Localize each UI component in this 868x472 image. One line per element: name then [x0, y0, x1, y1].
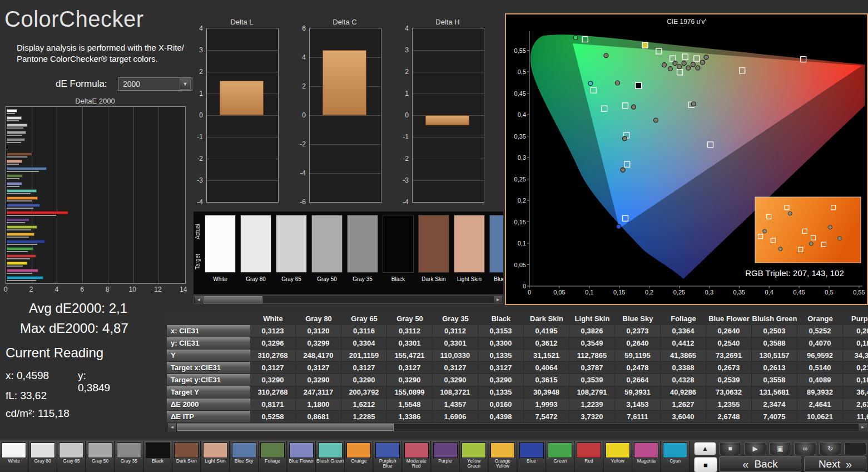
color-swatch: [454, 215, 485, 273]
cell-value: 1,2239: [569, 399, 615, 411]
swatch-gray-35: Gray 35: [347, 215, 378, 287]
patch-swatch: [59, 442, 83, 458]
patch-button-purplish-blue[interactable]: Purplish Blue: [374, 441, 402, 472]
patch-button-blue[interactable]: Blue: [518, 441, 546, 472]
de-formula-label: dE Formula:: [56, 78, 107, 90]
de-bar-row-bluish-green: [7, 189, 185, 195]
chevron-down-icon[interactable]: ▼: [180, 78, 191, 90]
pattern-button[interactable]: ▣: [769, 442, 791, 455]
patch-button-black[interactable]: Black: [144, 441, 172, 472]
gridline: [207, 115, 278, 116]
patch-button-purple[interactable]: Purple: [431, 441, 460, 472]
patch-button-yellow-green[interactable]: Yellow Green: [460, 441, 488, 472]
column-header-dark-skin: Dark Skin: [524, 312, 569, 325]
loop-icon: ↻: [827, 445, 833, 453]
loop-button[interactable]: ↻: [819, 442, 841, 455]
de-bar-secondary: [7, 127, 23, 129]
swatch-scroll-thumb[interactable]: [204, 296, 262, 303]
cell-value: 110,0330: [433, 350, 478, 362]
de-bar-row-yellow: [7, 261, 185, 268]
patch-button-white[interactable]: White: [0, 441, 28, 472]
left-arrow-icon[interactable]: ◄: [167, 424, 177, 431]
table-scroll-track[interactable]: [177, 424, 858, 431]
back-button[interactable]: « Back: [719, 456, 801, 472]
cell-value: 59,1195: [615, 350, 661, 362]
axis-tick-label: 2: [199, 68, 203, 76]
patch-button-yellow[interactable]: Yellow: [604, 441, 632, 472]
right-arrow-icon[interactable]: ►: [858, 424, 867, 431]
cell-value: 0,3612: [524, 337, 569, 350]
svg-text:0,35: 0,35: [514, 133, 526, 140]
patch-button-orange[interactable]: Orange: [345, 441, 373, 472]
swatch-label: Dark Skin: [418, 276, 449, 282]
patch-button-blue-sky[interactable]: Blue Sky: [230, 441, 259, 472]
cell-value: 2,3474: [752, 399, 797, 411]
patch-button-dark-skin[interactable]: Dark Skin: [172, 441, 201, 472]
next-button[interactable]: Next »: [804, 456, 866, 472]
patch-button-gray-80[interactable]: Gray 80: [29, 441, 57, 472]
cell-value: 0,189: [843, 374, 868, 386]
patch-button-red[interactable]: Red: [575, 441, 603, 472]
cell-value: 7,5472: [524, 411, 569, 423]
de-bar-secondary: [7, 135, 22, 136]
cell-value: 0,3123: [250, 325, 296, 337]
table-scroll-thumb[interactable]: [177, 424, 394, 431]
continuous-button[interactable]: ∞: [794, 442, 816, 455]
swatch-label: Gray 65: [276, 276, 307, 282]
column-header-bluish-green: Bluish Green: [752, 312, 797, 325]
cell-value: 0,4089: [797, 374, 843, 386]
table-scrollbar[interactable]: ◄ ►: [167, 423, 868, 431]
cell-value: 200,3792: [341, 386, 387, 399]
patch-button-light-skin[interactable]: Light Skin: [201, 441, 230, 472]
de-formula-dropdown[interactable]: 2000 ▼: [118, 77, 192, 91]
de-bar: [7, 269, 38, 272]
patch-label: Red: [575, 459, 603, 464]
axis-tick-label: -3: [403, 176, 409, 184]
swatch-label: Black: [383, 276, 414, 282]
patch-button-cyan[interactable]: Cyan: [661, 441, 690, 472]
cell-value: 0,3388: [661, 362, 706, 374]
panel-toggle-button[interactable]: ▲: [694, 442, 716, 455]
patch-button-blue-flower[interactable]: Blue Flower: [287, 441, 316, 472]
patch-button-gray-35[interactable]: Gray 35: [115, 441, 143, 472]
patch-label: Orange Yellow: [489, 459, 517, 469]
app-description-line2: Pantone ColorChecker® target colors.: [17, 54, 158, 63]
patch-button-green[interactable]: Green: [546, 441, 574, 472]
left-arrow-icon[interactable]: ◄: [194, 296, 204, 303]
gridline: [413, 180, 484, 181]
swatch-scroll-track[interactable]: [204, 296, 493, 303]
cell-value: 0,4412: [661, 337, 706, 350]
swatch-scrollbar[interactable]: ◄ ►: [194, 296, 503, 304]
cell-value: 247,3117: [296, 386, 341, 399]
delta-bar: [220, 81, 264, 115]
cell-value: 0,3304: [341, 337, 387, 350]
de-bar-secondary: [7, 244, 37, 245]
column-header-gray-65: Gray 65: [341, 312, 387, 325]
patch-button-bluish-green[interactable]: Bluish Green: [316, 441, 345, 472]
play-button[interactable]: ▶: [744, 442, 766, 455]
right-arrow-icon[interactable]: ►: [493, 296, 503, 303]
table-row-y-cie31: y: CIE310,32960,32990,33040,33010,33010,…: [167, 337, 868, 350]
patch-button-foliage[interactable]: Foliage: [259, 441, 287, 472]
patch-button-gray-65[interactable]: Gray 65: [57, 441, 86, 472]
color-swatch: [205, 215, 236, 273]
y-reading: y: 0,3849: [78, 370, 110, 394]
de-bar: [7, 124, 27, 127]
svg-text:0,35: 0,35: [733, 289, 745, 296]
bottom-toolbar: WhiteGray 80Gray 65Gray 50Gray 35BlackDa…: [0, 440, 868, 472]
stop-button[interactable]: ■: [719, 442, 741, 455]
patch-button-moderate-red[interactable]: Moderate Red: [403, 441, 431, 472]
axis-tick-label: -3: [197, 176, 203, 184]
blank-button[interactable]: [844, 442, 866, 455]
cell-value: 0,3116: [341, 325, 387, 337]
cell-value: 0,3826: [569, 325, 615, 337]
cell-value: 73,2691: [706, 350, 752, 362]
de-bar: [7, 109, 17, 112]
patch-button-gray-50[interactable]: Gray 50: [86, 441, 115, 472]
pattern-window-button[interactable]: ■: [694, 457, 717, 472]
patch-button-orange-yellow[interactable]: Orange Yellow: [489, 441, 517, 472]
delta-h-plot: [412, 28, 484, 203]
cell-value: 0,2664: [615, 374, 661, 386]
patch-button-magenta[interactable]: Magenta: [632, 441, 661, 472]
de-bar: [7, 153, 32, 156]
